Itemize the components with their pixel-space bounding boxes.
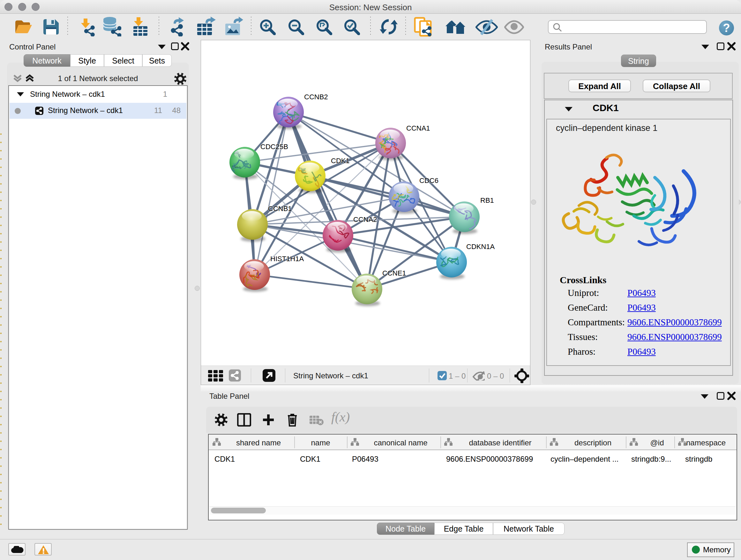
svg-text:CDC25B: CDC25B [260, 143, 288, 151]
svg-text:CCNA2: CCNA2 [353, 215, 377, 224]
svg-text:CDC6: CDC6 [419, 177, 439, 185]
svg-text:CCNB1: CCNB1 [268, 205, 292, 212]
svg-text:CCNE1: CCNE1 [382, 269, 406, 277]
svg-text:RB1: RB1 [480, 196, 494, 204]
svg-text:CDK1: CDK1 [331, 157, 350, 165]
svg-text:CCNB2: CCNB2 [304, 93, 328, 101]
svg-text:CCNA1: CCNA1 [406, 124, 430, 132]
svg-text:CDKN1A: CDKN1A [466, 243, 495, 251]
svg-text:HIST1H1A: HIST1H1A [270, 255, 304, 263]
